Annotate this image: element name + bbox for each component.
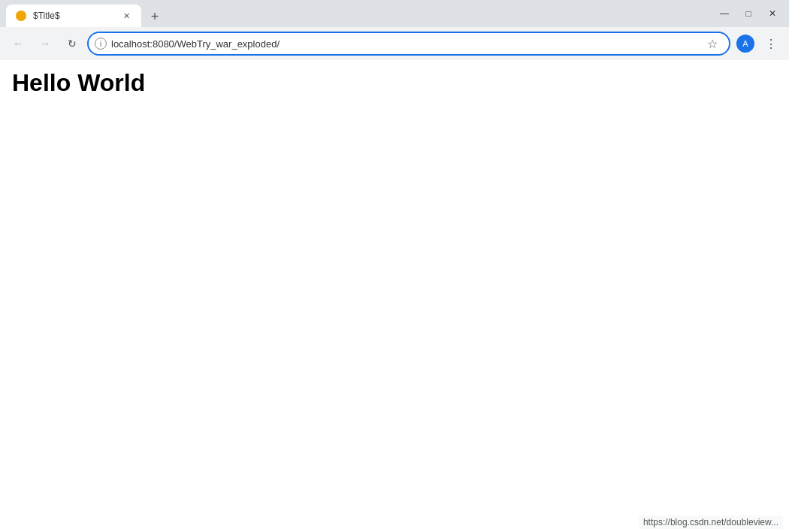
info-icon: i xyxy=(95,38,107,50)
status-bar-url: https://blog.csdn.net/doubleview... xyxy=(639,515,783,529)
profile-button[interactable]: A xyxy=(733,32,757,56)
profile-avatar: A xyxy=(736,35,754,53)
close-button[interactable]: ✕ xyxy=(762,3,783,24)
favicon-circle xyxy=(16,11,26,21)
nav-right-buttons: A ⋮ xyxy=(733,32,783,56)
tab-title: $Title$ xyxy=(33,11,114,21)
forward-button[interactable]: → xyxy=(33,32,57,56)
tab-close-button[interactable]: ✕ xyxy=(120,10,132,22)
browser-window: $Title$ ✕ + — □ ✕ ← → ↻ i ☆ A ⋮ Hello Wo… xyxy=(0,0,789,532)
bookmark-button[interactable]: ☆ xyxy=(702,33,723,54)
window-controls: — □ ✕ xyxy=(714,3,783,24)
title-bar: $Title$ ✕ + — □ ✕ xyxy=(0,0,789,27)
page-content: Hello World https://blog.csdn.net/double… xyxy=(0,60,789,532)
minimize-button[interactable]: — xyxy=(714,3,735,24)
address-bar[interactable]: i ☆ xyxy=(87,32,730,56)
menu-button[interactable]: ⋮ xyxy=(759,32,783,56)
tabs-area: $Title$ ✕ + xyxy=(6,0,708,27)
new-tab-button[interactable]: + xyxy=(144,6,165,27)
address-input[interactable] xyxy=(111,38,697,50)
page-heading: Hello World xyxy=(12,69,777,97)
maximize-button[interactable]: □ xyxy=(738,3,759,24)
back-button[interactable]: ← xyxy=(6,32,30,56)
nav-bar: ← → ↻ i ☆ A ⋮ xyxy=(0,27,789,60)
reload-button[interactable]: ↻ xyxy=(60,32,84,56)
tab-favicon-icon xyxy=(15,10,27,22)
active-tab[interactable]: $Title$ ✕ xyxy=(6,5,141,27)
